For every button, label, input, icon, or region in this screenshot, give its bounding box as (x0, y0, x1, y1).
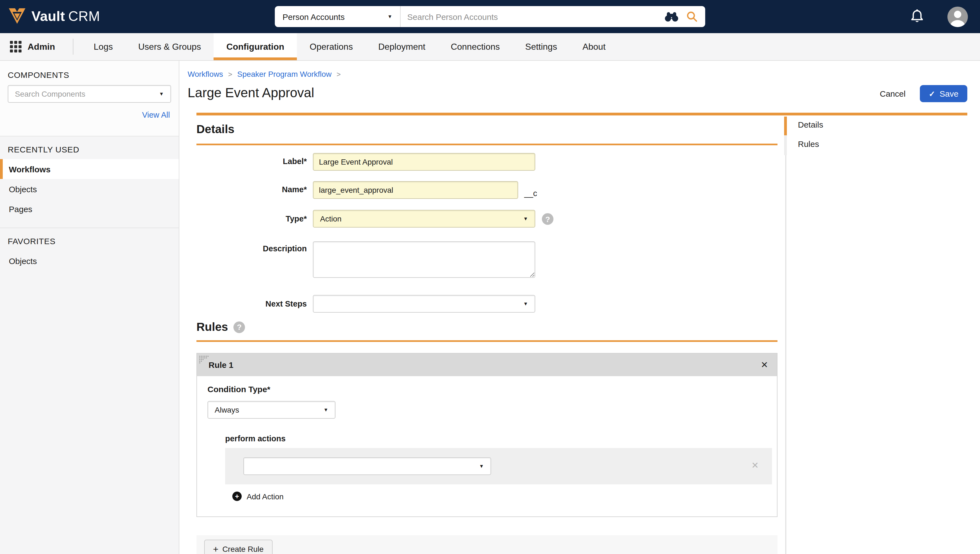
right-nav-active-indicator (784, 117, 787, 135)
rule-panel: Rule 1 ✕ Condition Type* Always ▼ perfor… (196, 353, 778, 517)
rules-accent-bar (196, 340, 778, 342)
tab-logs[interactable]: Logs (81, 33, 126, 60)
sidebar-item-favorites-objects[interactable]: Objects (0, 251, 179, 271)
favorites-heading: FAVORITES (8, 236, 56, 246)
right-nav-rules[interactable]: Rules (798, 139, 819, 148)
type-field-label: Type* (196, 214, 307, 223)
sidebar-item-objects[interactable]: Objects (0, 179, 179, 199)
add-action-button[interactable]: + Add Action (232, 492, 284, 501)
components-heading: COMPONENTS (8, 70, 69, 80)
favorites-list: Objects (0, 251, 179, 271)
tab-users-groups[interactable]: Users & Groups (126, 33, 214, 60)
remove-action-icon[interactable]: ✕ (751, 460, 759, 471)
search-icon[interactable] (686, 11, 697, 22)
details-accent-bar (196, 144, 778, 145)
nav-divider (73, 39, 73, 55)
check-icon: ✓ (929, 89, 935, 98)
user-avatar[interactable] (947, 6, 968, 27)
vault-logo-icon (8, 6, 27, 26)
binoculars-icon[interactable] (664, 11, 679, 22)
create-rule-button[interactable]: + Create Rule (204, 540, 272, 554)
sidebar-item-pages[interactable]: Pages (0, 199, 179, 219)
breadcrumb-workflows-link[interactable]: Workflows (188, 70, 223, 78)
drag-handle-icon[interactable] (199, 355, 208, 367)
plus-icon: + (213, 544, 218, 554)
right-nav-details[interactable]: Details (798, 120, 823, 129)
plus-circle-icon: + (232, 492, 242, 501)
components-sidebar: COMPONENTS Search Components ▼ View All … (0, 61, 179, 554)
condition-type-value: Always (215, 406, 239, 414)
notifications-bell-icon[interactable] (910, 9, 924, 24)
action-select[interactable]: ▼ (243, 457, 491, 475)
perform-actions-label: perform actions (225, 434, 286, 443)
chevron-down-icon: ▼ (387, 14, 392, 19)
tab-about[interactable]: About (570, 33, 618, 60)
top-bar: VaultCRM Person Accounts ▼ (0, 0, 980, 33)
right-nav-idle-indicator (784, 135, 787, 155)
name-field-label: Name* (196, 185, 307, 194)
rule-header: Rule 1 ✕ (197, 353, 777, 376)
tab-operations[interactable]: Operations (297, 33, 366, 60)
global-search: Person Accounts ▼ (275, 6, 705, 27)
search-scope-value: Person Accounts (283, 12, 345, 21)
description-field-label: Description (196, 244, 307, 253)
label-field-input[interactable] (313, 153, 535, 171)
description-textarea[interactable] (313, 241, 535, 278)
breadcrumb-separator: > (337, 70, 341, 78)
components-section: COMPONENTS Search Components ▼ View All (0, 61, 179, 136)
create-rule-label: Create Rule (223, 544, 264, 554)
next-steps-field-label: Next Steps (196, 299, 307, 308)
chevron-down-icon: ▼ (159, 91, 164, 96)
search-input[interactable] (401, 12, 664, 21)
brand-text: VaultCRM (32, 8, 100, 24)
rules-footer: + Create Rule (196, 535, 778, 554)
tab-settings[interactable]: Settings (512, 33, 570, 60)
recently-used-heading: RECENTLY USED (8, 145, 79, 154)
sidebar-divider (0, 228, 179, 228)
breadcrumb-speaker-program-link[interactable]: Speaker Program Workflow (237, 70, 332, 78)
search-components-select[interactable]: Search Components ▼ (8, 85, 171, 103)
header-actions: Cancel ✓ Save (880, 85, 967, 102)
type-help-icon[interactable]: ? (542, 213, 554, 225)
rules-section-heading: Rules (196, 320, 228, 334)
name-suffix: __c (524, 189, 537, 198)
right-nav-track (785, 117, 786, 554)
search-scope-selector[interactable]: Person Accounts ▼ (275, 6, 400, 27)
grid-menu-icon (10, 41, 22, 53)
tab-connections[interactable]: Connections (438, 33, 512, 60)
rule-close-icon[interactable]: ✕ (760, 359, 768, 370)
title-accent-bar (196, 113, 967, 115)
add-action-label: Add Action (247, 492, 284, 501)
chevron-down-icon: ▼ (479, 464, 484, 469)
name-field-input[interactable] (313, 181, 518, 199)
action-row: ▼ ✕ (225, 448, 772, 484)
details-section-heading: Details (196, 123, 234, 136)
breadcrumb-separator: > (228, 70, 232, 78)
search-components-placeholder: Search Components (15, 89, 85, 98)
type-select[interactable]: Action ▼ (313, 210, 535, 228)
save-button[interactable]: ✓ Save (920, 85, 967, 102)
chevron-down-icon: ▼ (323, 407, 328, 412)
tab-deployment[interactable]: Deployment (366, 33, 438, 60)
main-content: Workflows > Speaker Program Workflow > L… (180, 61, 980, 554)
cancel-button[interactable]: Cancel (880, 89, 905, 98)
recently-used-list: Workflows Objects Pages (0, 159, 179, 219)
next-steps-select[interactable]: ▼ (313, 295, 535, 313)
admin-nav-bar: Admin Logs Users & Groups Configuration … (0, 33, 980, 61)
save-label: Save (940, 89, 958, 98)
page-title: Large Event Approval (188, 85, 314, 101)
rule-title: Rule 1 (208, 360, 234, 369)
tab-configuration[interactable]: Configuration (214, 33, 297, 60)
condition-type-label: Condition Type* (207, 385, 270, 394)
admin-menu-button[interactable]: Admin (0, 33, 65, 60)
chevron-down-icon: ▼ (523, 216, 528, 221)
condition-type-select[interactable]: Always ▼ (207, 401, 336, 419)
view-all-link[interactable]: View All (142, 110, 170, 119)
breadcrumb: Workflows > Speaker Program Workflow > (188, 70, 341, 78)
admin-label: Admin (28, 42, 55, 52)
app-root: VaultCRM Person Accounts ▼ (0, 0, 980, 554)
vault-crm-logo: VaultCRM (8, 6, 100, 26)
rules-help-icon[interactable]: ? (234, 321, 245, 333)
label-field-label: Label* (196, 157, 307, 166)
sidebar-item-workflows[interactable]: Workflows (0, 159, 179, 179)
